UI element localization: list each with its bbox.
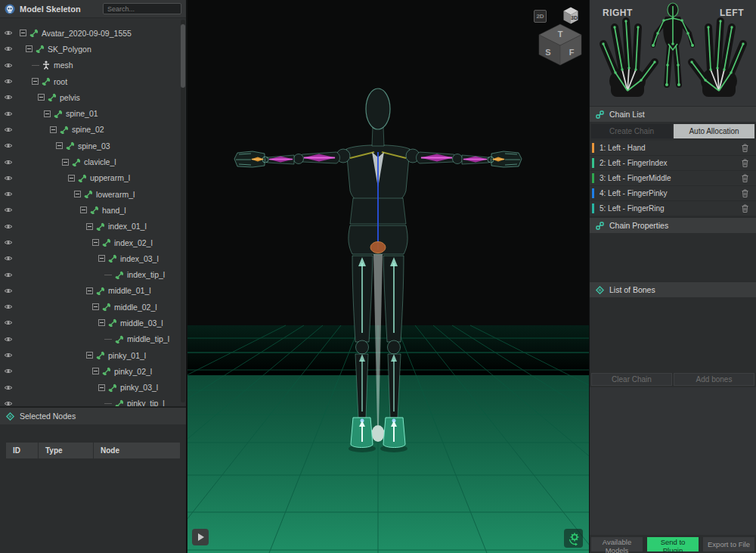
tree-node-spine_02[interactable]: spine_02 — [0, 122, 186, 138]
collapse-toggle[interactable] — [32, 78, 39, 85]
collapse-toggle[interactable] — [62, 159, 69, 166]
tree-scrollbar-thumb[interactable] — [181, 24, 185, 88]
visibility-eye-icon[interactable] — [4, 272, 14, 278]
visibility-eye-icon[interactable] — [4, 400, 14, 406]
visibility-eye-icon[interactable] — [4, 239, 14, 246]
visibility-eye-icon[interactable] — [4, 368, 14, 374]
visibility-eye-icon[interactable] — [4, 207, 14, 213]
bone-icon — [90, 206, 98, 214]
send-to-plugin-button[interactable]: Send to Plugin — [647, 537, 699, 551]
visibility-eye-icon[interactable] — [4, 142, 14, 149]
tree-node-spine_01[interactable]: spine_01 — [0, 105, 186, 121]
nav-cube-top-label: T — [558, 30, 563, 39]
tree-node-index_03_l[interactable]: index_03_l — [0, 250, 186, 266]
collapse-toggle[interactable] — [92, 368, 99, 374]
viewport-3d[interactable]: 2D 3D T S F — [187, 0, 589, 553]
visibility-eye-icon[interactable] — [4, 62, 14, 69]
visibility-eye-icon[interactable] — [4, 94, 14, 101]
collapse-toggle[interactable] — [80, 207, 87, 213]
collapse-toggle[interactable] — [38, 94, 45, 101]
viewport-canvas[interactable] — [187, 0, 589, 553]
tree-node-lowerarm_l[interactable]: lowerarm_l — [0, 186, 186, 202]
visibility-eye-icon[interactable] — [4, 287, 14, 294]
visibility-eye-icon[interactable] — [4, 30, 14, 36]
tree-node-mesh[interactable]: mesh — [0, 57, 186, 73]
tree-node-pinky_03_l[interactable]: pinky_03_l — [0, 380, 186, 396]
tree-node-spine_03[interactable]: spine_03 — [0, 138, 186, 154]
tree-node-Avatar_2020-09-09_1555[interactable]: Avatar_2020-09-09_1555 — [0, 25, 186, 41]
visibility-eye-icon[interactable] — [4, 159, 14, 166]
collapse-toggle[interactable] — [44, 110, 51, 117]
chain-item[interactable]: 4: Left - FingerPinky — [590, 186, 756, 200]
delete-chain-trash-icon[interactable] — [742, 174, 748, 182]
visibility-eye-icon[interactable] — [4, 384, 14, 391]
tree-node-pinky_01_l[interactable]: pinky_01_l — [0, 347, 186, 363]
visibility-eye-icon[interactable] — [4, 352, 14, 359]
collapse-toggle[interactable] — [86, 352, 93, 359]
tree-node-middle_03_l[interactable]: middle_03_l — [0, 315, 186, 331]
tree-node-hand_l[interactable]: hand_l — [0, 202, 186, 218]
viewport-settings-gear-icon[interactable] — [564, 529, 583, 548]
clear-chain-button[interactable]: Clear Chain — [591, 373, 672, 386]
collapse-toggle[interactable] — [56, 142, 63, 149]
chain-item[interactable]: 3: Left - FingerMiddle — [590, 171, 756, 185]
tree-node-middle_01_l[interactable]: middle_01_l — [0, 283, 186, 299]
available-models-button[interactable]: Available Models — [591, 537, 643, 551]
collapse-toggle[interactable] — [98, 255, 105, 262]
collapse-toggle[interactable] — [20, 30, 26, 36]
visibility-eye-icon[interactable] — [4, 45, 14, 52]
collapse-toggle[interactable] — [92, 239, 99, 246]
collapse-toggle[interactable] — [98, 319, 105, 326]
tree-node-pinky_tip_l[interactable]: pinky_tip_l — [0, 396, 186, 406]
visibility-eye-icon[interactable] — [4, 255, 14, 262]
tree-node-label: pinky_tip_l — [127, 399, 165, 406]
tree-node-clavicle_l[interactable]: clavicle_l — [0, 154, 186, 169]
tree-node-label: lowerarm_l — [96, 190, 135, 199]
collapse-toggle[interactable] — [86, 223, 93, 230]
chain-item[interactable]: 1: Left - Hand — [590, 141, 756, 155]
tree-node-index_02_l[interactable]: index_02_l — [0, 235, 186, 250]
collapse-toggle[interactable] — [68, 175, 75, 182]
tree-node-middle_tip_l[interactable]: middle_tip_l — [0, 331, 186, 347]
collapse-toggle[interactable] — [50, 126, 57, 133]
visibility-eye-icon[interactable] — [4, 78, 14, 85]
visibility-eye-icon[interactable] — [4, 126, 14, 133]
create-chain-button[interactable]: Create Chain — [591, 124, 672, 138]
play-button[interactable] — [192, 529, 209, 545]
chain-item[interactable]: 5: Left - FingerRing — [590, 201, 756, 216]
visibility-eye-icon[interactable] — [4, 223, 14, 230]
visibility-eye-icon[interactable] — [4, 336, 14, 343]
tree-node-middle_02_l[interactable]: middle_02_l — [0, 299, 186, 315]
collapse-toggle[interactable] — [74, 191, 81, 197]
delete-chain-trash-icon[interactable] — [742, 144, 748, 152]
visibility-eye-icon[interactable] — [4, 191, 14, 197]
tree-node-upperarm_l[interactable]: upperarm_l — [0, 170, 186, 186]
export-to-file-button[interactable]: Export to File — [703, 537, 754, 551]
leaf-connector — [104, 339, 112, 340]
chain-item[interactable]: 2: Left - FingerIndex — [590, 156, 756, 170]
visibility-eye-icon[interactable] — [4, 175, 14, 182]
tree-node-SK_Polygon[interactable]: SK_Polygon — [0, 41, 186, 57]
tree-node-pelvis[interactable]: pelvis — [0, 89, 186, 105]
collapse-toggle[interactable] — [86, 287, 93, 294]
visibility-eye-icon[interactable] — [4, 110, 14, 117]
delete-chain-trash-icon[interactable] — [742, 189, 748, 197]
tree-node-index_01_l[interactable]: index_01_l — [0, 219, 186, 235]
search-input[interactable] — [103, 3, 181, 14]
visibility-eye-icon[interactable] — [4, 319, 14, 326]
tree-node-pinky_02_l[interactable]: pinky_02_l — [0, 363, 186, 379]
add-bones-button[interactable]: Add bones — [674, 373, 754, 386]
collapse-toggle[interactable] — [92, 303, 99, 310]
navigation-cube[interactable]: T S F — [537, 23, 584, 67]
tree-node-root[interactable]: root — [0, 73, 186, 89]
view-2d-button[interactable]: 2D — [534, 10, 547, 23]
delete-chain-trash-icon[interactable] — [742, 159, 748, 167]
tree-scrollbar-track[interactable] — [181, 20, 185, 402]
collapse-toggle[interactable] — [98, 384, 105, 391]
collapse-toggle[interactable] — [26, 45, 33, 52]
leaf-connector — [104, 275, 112, 275]
tree-node-index_tip_l[interactable]: index_tip_l — [0, 266, 186, 282]
visibility-eye-icon[interactable] — [4, 303, 14, 310]
delete-chain-trash-icon[interactable] — [742, 204, 748, 213]
auto-allocation-button[interactable]: Auto Allocation — [674, 124, 754, 138]
